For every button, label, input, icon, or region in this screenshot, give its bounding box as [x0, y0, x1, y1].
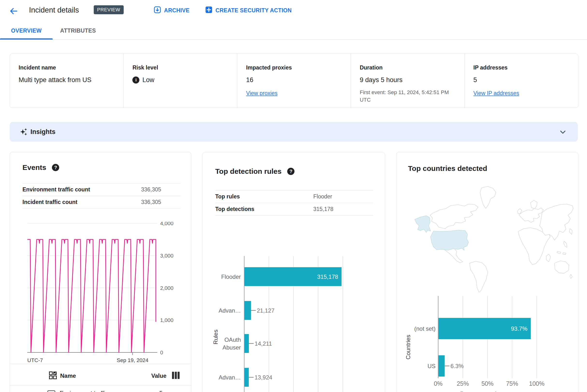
- ip-addresses-label: IP addresses: [473, 64, 571, 71]
- active-tab-underline: [0, 38, 53, 40]
- series-checkbox[interactable]: [47, 390, 55, 392]
- help-icon[interactable]: ?: [52, 164, 59, 171]
- back-arrow-icon[interactable]: [9, 6, 18, 16]
- svg-text:Sep 19, 2024: Sep 19, 2024: [117, 357, 148, 363]
- svg-text:Countries: Countries: [405, 335, 411, 360]
- svg-text:315,178: 315,178: [317, 274, 338, 280]
- svg-text:4,000: 4,000: [160, 222, 173, 226]
- events-card: Events ? Environment traffic count 336,3…: [10, 152, 191, 392]
- top-detections-value: 315,178: [313, 206, 333, 212]
- series-label: Environment traffic: [60, 390, 108, 392]
- tab-overview[interactable]: OVERVIEW: [0, 22, 53, 39]
- svg-text:3,000: 3,000: [160, 253, 173, 259]
- top-detection-rules-card: Top detection rules ? Top rules Flooder …: [202, 152, 385, 392]
- view-proxies-link[interactable]: View proxies: [246, 90, 277, 96]
- svg-text:US: US: [428, 363, 436, 369]
- page-title: Incident details: [29, 6, 79, 14]
- incident-details-page: Incident details PREVIEW ARCHIVE CREATE …: [0, 0, 587, 392]
- archive-icon: [154, 6, 161, 15]
- table-row: Environment traffic count 336,305: [23, 183, 180, 196]
- svg-text:75%: 75%: [506, 380, 518, 387]
- info-icon: i: [132, 76, 139, 84]
- risk-level-value: Low: [142, 76, 154, 84]
- add-box-icon: [205, 6, 213, 15]
- summary-ip-addresses: IP addresses 5 View IP addresses: [465, 54, 578, 108]
- env-traffic-count-value: 336,305: [141, 186, 161, 193]
- summary-incident-name: Incident name Multi type attack from US: [10, 54, 123, 108]
- countries-card-title: Top countries detected: [408, 164, 487, 172]
- duration-label: Duration: [360, 64, 457, 71]
- create-security-action-button[interactable]: CREATE SECURITY ACTION: [204, 6, 293, 15]
- incident-summary-card: Incident name Multi type attack from US …: [10, 54, 578, 108]
- top-rules-value: Flooder: [313, 193, 332, 200]
- svg-text:Flooder: Flooder: [221, 274, 241, 280]
- svg-text:0%: 0%: [434, 380, 443, 387]
- archive-button[interactable]: ARCHIVE: [152, 6, 191, 15]
- events-card-title: Events: [23, 164, 46, 172]
- tab-overview-label: OVERVIEW: [11, 28, 42, 34]
- svg-text:13,924: 13,924: [255, 374, 272, 381]
- svg-text:21,127: 21,127: [257, 307, 274, 314]
- preview-badge: PREVIEW: [94, 5, 124, 14]
- view-ip-addresses-link[interactable]: View IP addresses: [473, 90, 519, 96]
- svg-text:100%: 100%: [529, 380, 544, 387]
- incident-name-label: Incident name: [19, 64, 116, 71]
- svg-text:25%: 25%: [457, 380, 469, 387]
- divider: [10, 364, 191, 364]
- ip-addresses-value: 5: [473, 76, 571, 84]
- help-icon[interactable]: ?: [287, 168, 295, 175]
- svg-text:0: 0: [160, 350, 163, 356]
- summary-duration: Duration 9 days 5 hours First event: Sep…: [351, 54, 464, 108]
- svg-text:OAuth: OAuth: [224, 336, 241, 343]
- table-row: Top rules Flooder: [215, 190, 373, 203]
- impacted-proxies-value: 16: [246, 76, 344, 84]
- first-event-timestamp: First event: Sep 11, 2024, 5:42:51 PM UT…: [360, 88, 454, 104]
- svg-text:Advan…: Advan…: [219, 307, 241, 314]
- chevron-down-icon[interactable]: [559, 128, 567, 136]
- tab-attributes[interactable]: ATTRIBUTES: [53, 22, 103, 39]
- columns-icon[interactable]: [172, 372, 180, 380]
- duration-value: 9 days 5 hours: [360, 76, 457, 84]
- legend-name-header: Name: [60, 372, 76, 379]
- events-line-chart: 01,0002,0003,0004,000UTC-7Sep 19, 2024: [10, 222, 191, 367]
- archive-label: ARCHIVE: [164, 7, 190, 14]
- svg-text:6.3%: 6.3%: [451, 363, 464, 369]
- rules-stats-table: Top rules Flooder Top detections 315,178: [215, 190, 373, 216]
- detection-rules-bar-chart: Flooder315,178Advan…21,127OAuthAbuser14,…: [203, 254, 385, 392]
- countries-bar-chart: (not set)93.7%US6.3%0%25%50%75%100%Perce…: [396, 296, 578, 392]
- summary-impacted-proxies: Impacted proxies 16 View proxies: [237, 54, 351, 108]
- grid-check-icon[interactable]: [49, 372, 57, 380]
- svg-text:Abuser: Abuser: [222, 344, 241, 351]
- world-map: [410, 184, 574, 292]
- insights-expander[interactable]: Insights: [10, 122, 578, 142]
- rules-card-title: Top detection rules: [215, 167, 281, 176]
- divider: [10, 386, 191, 386]
- app-bar: Incident details PREVIEW ARCHIVE CREATE …: [0, 0, 587, 22]
- summary-risk-level: Risk level i Low: [123, 54, 237, 108]
- incident-traffic-count-value: 336,305: [141, 199, 161, 206]
- svg-text:14,211: 14,211: [255, 340, 272, 347]
- svg-text:50%: 50%: [481, 380, 493, 387]
- insights-label: Insights: [31, 128, 56, 136]
- svg-text:Percentage of events: Percentage of events: [460, 390, 515, 392]
- table-row: Top detections 315,178: [215, 203, 373, 216]
- risk-level-label: Risk level: [132, 64, 230, 71]
- svg-text:1,000: 1,000: [160, 317, 173, 323]
- svg-text:(not set): (not set): [414, 326, 436, 332]
- sparkle-icon: [19, 128, 28, 136]
- env-traffic-count-label: Environment traffic count: [23, 186, 90, 193]
- legend-row-environment-traffic: Environment traffic 5: [10, 388, 191, 392]
- tab-bar: OVERVIEW ATTRIBUTES: [0, 22, 587, 40]
- svg-text:93.7%: 93.7%: [511, 326, 527, 332]
- incident-traffic-count-label: Incident traffic count: [23, 199, 77, 206]
- table-row: Incident traffic count 336,305: [23, 196, 180, 208]
- legend-value-header: Value: [151, 372, 166, 379]
- incident-name-value: Multi type attack from US: [19, 76, 116, 84]
- svg-text:Rules: Rules: [212, 330, 219, 344]
- impacted-proxies-label: Impacted proxies: [246, 64, 344, 71]
- create-security-action-label: CREATE SECURITY ACTION: [215, 7, 291, 14]
- top-detections-label: Top detections: [215, 206, 254, 212]
- events-stats-table: Environment traffic count 336,305 Incide…: [23, 183, 180, 208]
- top-countries-card: Top countries detected: [396, 152, 578, 392]
- svg-text:UTC-7: UTC-7: [27, 357, 43, 363]
